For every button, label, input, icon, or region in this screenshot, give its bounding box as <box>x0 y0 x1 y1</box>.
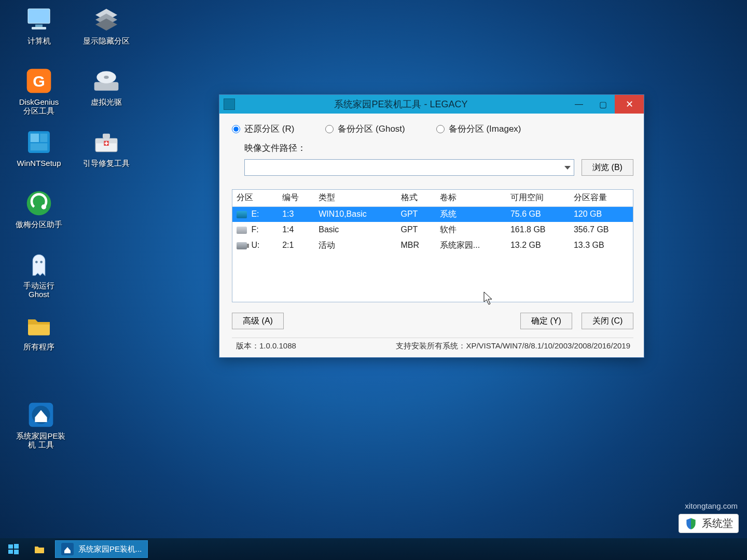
radio-backup-ghost[interactable]: 备份分区 (Ghost) <box>325 123 405 135</box>
col-type: 类型 <box>314 190 396 206</box>
radio-restore[interactable]: 还原分区 (R) <box>232 123 294 135</box>
svg-rect-20 <box>105 143 108 144</box>
col-number: 编号 <box>278 190 314 206</box>
taskbar: 系统家园PE装机... <box>0 538 747 560</box>
svg-rect-1 <box>35 24 43 27</box>
maximize-button[interactable]: ▢ <box>591 97 615 111</box>
app-icon <box>224 99 235 110</box>
desktop-icon-label: 傲梅分区助手 <box>16 220 62 229</box>
desktop-icon-aomei[interactable]: 傲梅分区助手 <box>10 189 67 245</box>
taskbar-item-pe-installer[interactable]: 系统家园PE装机... <box>55 540 148 558</box>
desktop-icon-ghost[interactable]: 手动运行 Ghost <box>10 250 67 306</box>
desktop: 计算机 显示隐藏分区 G DiskGenius 分区工具 虚拟光驱 WinNTS… <box>0 0 145 367</box>
desktop-icon-label: 引导修复工具 <box>83 159 130 167</box>
taskbar-item-explorer[interactable] <box>27 540 52 558</box>
desktop-icon-winntsetup[interactable]: WinNTSetup <box>10 128 67 184</box>
minimize-button[interactable]: — <box>567 97 591 111</box>
radio-label: 备份分区 (Imagex) <box>449 123 521 135</box>
desktop-icon-virtual-cd[interactable]: 虚拟光驱 <box>78 66 135 122</box>
svg-rect-29 <box>8 550 13 554</box>
cd-drive-icon <box>92 66 121 95</box>
winntsetup-icon <box>24 128 53 157</box>
desktop-icon-computer[interactable]: 计算机 <box>10 5 67 61</box>
desktop-icon-all-programs[interactable]: 所有程序 <box>10 311 67 367</box>
mode-radios: 还原分区 (R) 备份分区 (Ghost) 备份分区 (Imagex) <box>232 123 633 135</box>
computer-icon <box>24 5 53 34</box>
svg-rect-27 <box>8 544 13 549</box>
ghost-icon <box>24 250 53 279</box>
svg-rect-8 <box>94 82 119 90</box>
svg-rect-28 <box>14 544 19 549</box>
house-icon <box>61 542 74 556</box>
disk-icon <box>237 242 247 249</box>
ok-button[interactable]: 确定 (Y) <box>520 313 572 329</box>
desktop-icon-label: 显示隐藏分区 <box>83 36 130 45</box>
disk-icon <box>237 227 247 234</box>
version-text: 版本：1.0.0.1088 <box>236 341 296 351</box>
col-volume: 卷标 <box>436 190 506 206</box>
svg-point-24 <box>40 261 43 263</box>
desktop-icon-pe-launcher[interactable]: 系统家园PE装 机 工具 <box>12 400 70 450</box>
col-free: 可用空间 <box>506 190 570 206</box>
window-body: 还原分区 (R) 备份分区 (Ghost) 备份分区 (Imagex) 映像文件… <box>219 114 644 357</box>
diskgenius-icon: G <box>24 66 53 95</box>
partition-table[interactable]: 分区 编号 类型 格式 卷标 可用空间 分区容量 E:1:3WIN10,Basi… <box>232 189 633 302</box>
taskbar-item-label: 系统家园PE装机... <box>78 544 142 554</box>
table-header-row: 分区 编号 类型 格式 卷标 可用空间 分区容量 <box>232 190 633 206</box>
svg-point-22 <box>42 204 46 209</box>
cancel-button[interactable]: 关闭 (C) <box>582 313 633 329</box>
image-path-label: 映像文件路径： <box>244 142 306 154</box>
browse-button[interactable]: 浏览 (B) <box>582 159 633 176</box>
watermark-url: xitongtang.com <box>685 501 738 510</box>
desktop-icon-label: WinNTSetup <box>17 159 61 167</box>
desktop-icon-label: 系统家园PE装 机 工具 <box>12 431 70 450</box>
desktop-icon-boot-repair[interactable]: 引导修复工具 <box>78 128 135 184</box>
desktop-icon-label: 手动运行 Ghost <box>23 281 54 299</box>
col-partition: 分区 <box>232 190 278 206</box>
support-text: 支持安装所有系统：XP/VISTA/WIN7/8/8.1/10/2003/200… <box>396 341 630 351</box>
folder-icon <box>24 311 53 340</box>
col-capacity: 分区容量 <box>570 190 633 206</box>
svg-text:G: G <box>33 73 45 90</box>
desktop-icon-label: DiskGenius 分区工具 <box>19 97 59 116</box>
start-button[interactable] <box>3 540 24 558</box>
aomei-icon <box>24 189 53 218</box>
image-path-combo[interactable] <box>244 159 574 176</box>
table-row[interactable]: U:2:1活动MBR系统家园...13.2 GB13.3 GB <box>232 237 633 253</box>
table-row[interactable]: F:1:4BasicGPT软件161.8 GB356.7 GB <box>232 222 633 237</box>
svg-rect-2 <box>32 27 46 30</box>
svg-rect-13 <box>40 134 47 142</box>
pe-installer-window: 系统家园PE装机工具 - LEGACY — ▢ ✕ 还原分区 (R) 备份分区 … <box>219 94 644 358</box>
desktop-icon-show-hidden[interactable]: 显示隐藏分区 <box>78 5 135 61</box>
radio-backup-imagex[interactable]: 备份分区 (Imagex) <box>436 123 521 135</box>
desktop-icon-diskgenius[interactable]: G DiskGenius 分区工具 <box>10 66 67 122</box>
watermark-badge: 系统堂 <box>679 514 739 533</box>
chevron-down-icon <box>564 166 571 170</box>
svg-rect-30 <box>14 550 19 554</box>
svg-point-23 <box>35 261 38 263</box>
svg-rect-14 <box>31 143 48 150</box>
col-format: 格式 <box>397 190 436 206</box>
desktop-icon-label: 所有程序 <box>23 342 54 351</box>
advanced-button[interactable]: 高级 (A) <box>232 313 284 329</box>
shield-icon <box>684 517 698 530</box>
status-bar: 版本：1.0.0.1088 支持安装所有系统：XP/VISTA/WIN7/8/8… <box>232 338 633 354</box>
close-button[interactable]: ✕ <box>615 95 644 114</box>
desktop-icon-label: 计算机 <box>27 36 51 45</box>
svg-rect-12 <box>31 134 39 142</box>
window-title: 系统家园PE装机工具 - LEGACY <box>235 98 567 110</box>
desktop-icon-label: 虚拟光驱 <box>91 97 122 106</box>
titlebar[interactable]: 系统家园PE装机工具 - LEGACY — ▢ ✕ <box>219 95 644 114</box>
table-row[interactable]: E:1:3WIN10,BasicGPT系统75.6 GB120 GB <box>232 206 633 222</box>
folder-icon <box>33 542 46 556</box>
watermark-text: 系统堂 <box>702 516 733 530</box>
disk-icon <box>237 211 247 218</box>
radio-label: 备份分区 (Ghost) <box>338 123 405 135</box>
svg-rect-17 <box>103 134 110 138</box>
partition-icon <box>92 5 121 34</box>
toolbox-icon <box>92 128 121 157</box>
windows-logo-icon <box>7 543 20 555</box>
svg-point-10 <box>104 76 108 79</box>
radio-label: 还原分区 (R) <box>244 123 294 135</box>
svg-rect-0 <box>28 9 50 23</box>
